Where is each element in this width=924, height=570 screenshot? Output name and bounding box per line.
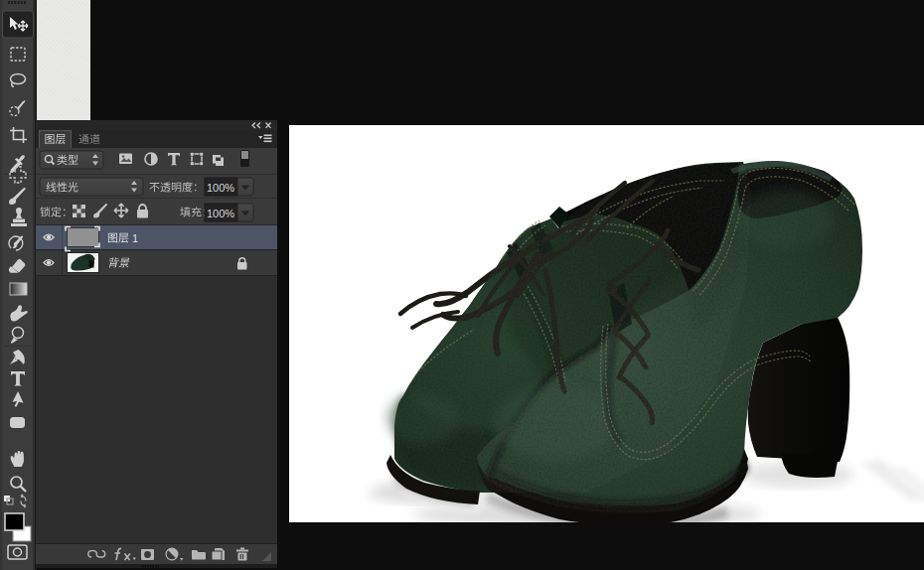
svg-text:1: 1 [132, 232, 138, 244]
svg-text:100%: 100% [207, 182, 234, 194]
svg-text:100%: 100% [207, 208, 234, 219]
